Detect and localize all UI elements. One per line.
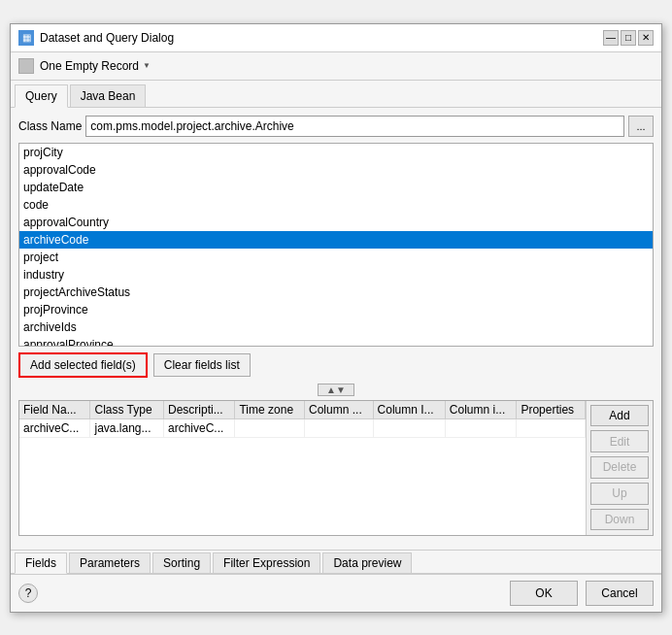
maximize-button[interactable]: □ [621,30,636,46]
fields-table: Field Na... Class Type Descripti... Time… [19,401,586,438]
datasource-bar: One Empty Record ▼ [11,52,661,81]
tab-parameters[interactable]: Parameters [69,552,151,573]
dialog-icon: ▦ [18,30,34,46]
cell-timezone [235,418,305,437]
tab-filter-expression[interactable]: Filter Expression [213,552,320,573]
col-column3: Column i... [445,401,517,419]
datasource-icon [18,58,34,74]
cell-column2 [373,418,445,437]
title-bar-left: ▦ Dataset and Query Dialog [18,30,174,46]
field-item-updateDate[interactable]: updateDate [19,179,653,196]
table-row[interactable]: archiveC... java.lang... archiveC... [19,418,586,437]
col-description: Descripti... [163,401,235,419]
col-class-type: Class Type [90,401,164,419]
field-item-approvalCode[interactable]: approvalCode [19,161,653,179]
cell-description: archiveC... [163,418,235,437]
tab-data-preview[interactable]: Data preview [322,552,412,573]
browse-button[interactable]: ... [628,116,654,137]
cell-class-type: java.lang... [90,418,164,437]
field-item-projCity[interactable]: projCity [19,144,653,161]
field-item-projectArchiveStatus[interactable]: projectArchiveStatus [19,284,653,301]
side-buttons: Add Edit Delete Up Down [586,401,653,535]
col-field-name: Field Na... [19,401,90,419]
cell-properties [517,418,586,437]
title-buttons: — □ ✕ [603,30,654,46]
dialog-container: ▦ Dataset and Query Dialog — □ ✕ One Emp… [10,23,662,613]
ok-button[interactable]: OK [510,581,578,606]
field-item-approvalCountry[interactable]: approvalCountry [19,214,653,231]
tab-javabean[interactable]: Java Bean [70,84,147,107]
tab-content: Class Name ... projCity approvalCode upd… [11,108,661,550]
footer-right: OK Cancel [510,581,654,606]
tab-sorting[interactable]: Sorting [152,552,211,573]
up-button[interactable]: Up [590,483,649,505]
field-item-archiveIds[interactable]: archiveIds [19,318,653,336]
cell-field-name: archiveC... [19,418,90,437]
down-button[interactable]: Down [590,509,649,531]
cell-column1 [305,418,374,437]
datasource-dropdown[interactable]: One Empty Record ▼ [40,59,151,73]
col-timezone: Time zone [235,401,305,419]
help-button[interactable]: ? [18,584,38,603]
minimize-button[interactable]: — [603,30,619,46]
col-column1: Column ... [305,401,374,419]
bottom-tabs-bar: Fields Parameters Sorting Filter Express… [11,550,661,574]
datasource-label: One Empty Record [40,59,139,73]
dropdown-arrow-icon: ▼ [143,61,151,70]
field-item-industry[interactable]: industry [19,266,653,284]
field-item-archiveCode[interactable]: archiveCode [19,231,653,249]
col-properties: Properties [517,401,586,419]
fields-table-inner: Field Na... Class Type Descripti... Time… [19,401,586,535]
delete-button[interactable]: Delete [590,456,649,479]
dialog-title: Dataset and Query Dialog [40,31,174,45]
clear-fields-list-button[interactable]: Clear fields list [153,353,251,377]
collapse-bar: ▲▼ [18,384,654,396]
field-item-code[interactable]: code [19,196,653,214]
actions-row: Add selected field(s) Clear fields list [18,352,654,378]
fields-table-container: Field Na... Class Type Descripti... Time… [18,400,654,536]
add-button[interactable]: Add [590,405,649,427]
tab-query[interactable]: Query [15,84,68,108]
close-button[interactable]: ✕ [638,30,654,46]
fields-list[interactable]: projCity approvalCode updateDate code ap… [18,143,654,347]
field-item-approvalProvince[interactable]: approvalProvince [19,336,653,347]
title-bar: ▦ Dataset and Query Dialog — □ ✕ [11,24,661,52]
footer-left: ? [18,584,38,603]
field-item-project[interactable]: project [19,249,653,266]
top-tabs-bar: Query Java Bean [11,81,661,108]
dialog-footer: ? OK Cancel [11,574,661,612]
classname-row: Class Name ... [18,116,654,137]
classname-label: Class Name [18,119,82,133]
field-item-projProvince[interactable]: projProvince [19,301,653,318]
collapse-button[interactable]: ▲▼ [318,384,354,396]
edit-button[interactable]: Edit [590,430,649,452]
classname-input[interactable] [85,116,624,137]
cancel-button[interactable]: Cancel [586,581,654,606]
col-column2: Column I... [373,401,445,419]
tab-fields[interactable]: Fields [15,552,67,574]
cell-column3 [445,418,517,437]
add-selected-fields-button[interactable]: Add selected field(s) [18,352,148,378]
